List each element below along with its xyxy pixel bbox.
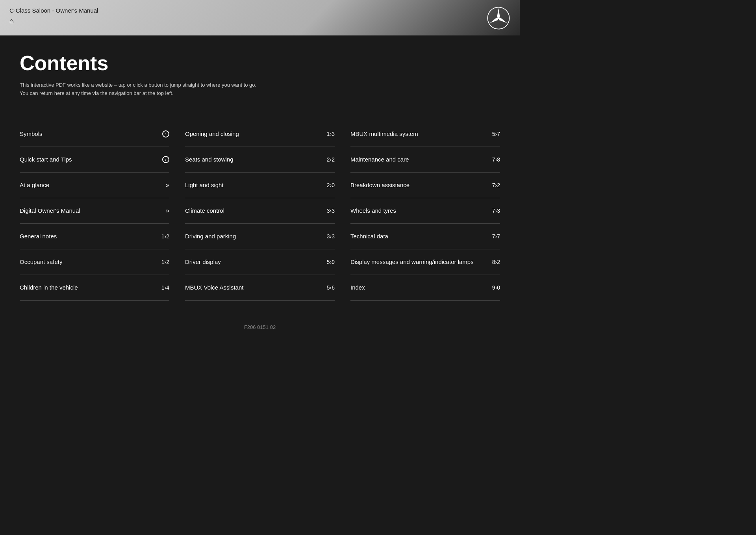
toc-item-children[interactable]: Children in the vehicle 1›4 [20,275,169,301]
light-sight-page: 2›0 [327,182,335,188]
toc-grid: Symbols › Quick start and Tips › At a gl… [20,121,500,301]
header: C-Class Saloon - Owner's Manual ⌂ [0,0,520,35]
toc-item-seats-stowing[interactable]: Seats and stowing 2›2 [185,147,335,173]
mercedes-logo [487,6,510,30]
toc-item-mbux-voice[interactable]: MBUX Voice Assistant 5›6 [185,275,335,301]
toc-item-quick-start[interactable]: Quick start and Tips › [20,147,169,173]
toc-item-occupant-safety[interactable]: Occupant safety 1›2 [20,249,169,275]
driver-display-page: 5›9 [327,259,335,265]
page-title: Contents [20,51,500,75]
seats-stowing-page: 2›2 [327,156,335,163]
climate-control-page: 3›3 [327,208,335,214]
toc-item-mbux-multimedia[interactable]: MBUX multimedia system 5›7 [350,121,500,147]
maintenance-care-page: 7›8 [492,156,500,163]
svg-point-4 [497,17,500,19]
technical-data-page: 7›7 [492,233,500,240]
index-page: 9›0 [492,284,500,291]
mbux-multimedia-page: 5›7 [492,131,500,137]
description-line1: This interactive PDF works like a websit… [20,82,256,88]
toc-item-driving-parking[interactable]: Driving and parking 3›3 [185,224,335,249]
toc-item-symbols[interactable]: Symbols › [20,121,169,147]
footer: F206 0151 02 [0,316,520,342]
toc-item-wheels-tyres[interactable]: Wheels and tyres 7›3 [350,198,500,224]
home-icon[interactable]: ⌂ [9,17,98,25]
main-content: Contents This interactive PDF works like… [0,35,520,316]
description-line2: You can return here at any time via the … [20,90,174,96]
occupant-safety-page: 1›2 [161,259,169,265]
display-messages-page: 8›2 [492,259,500,265]
toc-item-breakdown-assistance[interactable]: Breakdown assistance 7›2 [350,173,500,198]
svg-marker-1 [497,8,500,18]
toc-item-maintenance-care[interactable]: Maintenance and care 7›8 [350,147,500,173]
toc-item-climate-control[interactable]: Climate control 3›3 [185,198,335,224]
toc-item-digital-manual[interactable]: Digital Owner's Manual » [20,198,169,224]
quick-start-arrow-icon: › [162,156,169,163]
children-page: 1›4 [161,284,169,291]
opening-closing-page: 1›3 [327,131,335,137]
toc-column-3: MBUX multimedia system 5›7 Maintenance a… [350,121,500,301]
toc-item-display-messages[interactable]: Display messages and warning/indicator l… [350,249,500,275]
symbols-arrow-icon: › [162,130,169,137]
wheels-tyres-page: 7›3 [492,208,500,214]
toc-item-at-a-glance[interactable]: At a glance » [20,173,169,198]
breakdown-assistance-page: 7›2 [492,182,500,188]
at-a-glance-arrow-icon: » [166,182,169,189]
toc-item-technical-data[interactable]: Technical data 7›7 [350,224,500,249]
toc-item-opening-closing[interactable]: Opening and closing 1›3 [185,121,335,147]
contents-description: This interactive PDF works like a websit… [20,81,500,98]
toc-column-1: Symbols › Quick start and Tips › At a gl… [20,121,169,301]
driving-parking-page: 3›3 [327,233,335,240]
toc-item-index[interactable]: Index 9›0 [350,275,500,301]
general-notes-page: 1›2 [161,233,169,240]
toc-column-2: Opening and closing 1›3 Seats and stowin… [185,121,335,301]
toc-item-driver-display[interactable]: Driver display 5›9 [185,249,335,275]
toc-item-general-notes[interactable]: General notes 1›2 [20,224,169,249]
toc-item-light-sight[interactable]: Light and sight 2›0 [185,173,335,198]
mbux-voice-page: 5›6 [327,284,335,291]
header-left: C-Class Saloon - Owner's Manual ⌂ [9,7,98,25]
digital-manual-arrow-icon: » [166,207,169,214]
header-title: C-Class Saloon - Owner's Manual [9,7,98,14]
footer-code: F206 0151 02 [244,324,276,330]
